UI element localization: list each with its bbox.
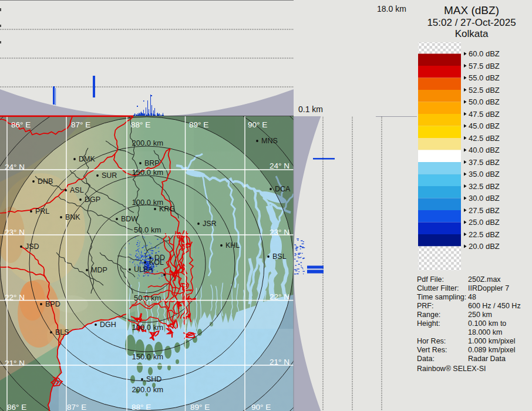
svg-text:200.0 km: 200.0 km — [132, 139, 163, 147]
svg-text:87° E: 87° E — [71, 120, 90, 129]
svg-text:52.5 dBZ: 52.5 dBZ — [469, 86, 500, 95]
svg-text:100.0 km: 100.0 km — [132, 323, 163, 332]
svg-text:50.0 km: 50.0 km — [134, 294, 161, 302]
svg-text:BNK: BNK — [65, 213, 80, 221]
svg-text:BDW: BDW — [121, 215, 138, 223]
svg-text:150.0 km: 150.0 km — [132, 168, 163, 177]
svg-text:55.0 dBZ: 55.0 dBZ — [469, 73, 500, 82]
svg-text:50.0 dBZ: 50.0 dBZ — [469, 97, 500, 106]
svg-text:100.0 km: 100.0 km — [132, 198, 163, 207]
svg-text:27.5 dBZ: 27.5 dBZ — [469, 206, 500, 215]
svg-text:89° E: 89° E — [190, 403, 210, 411]
svg-text:42.5 dBZ: 42.5 dBZ — [469, 134, 500, 143]
svg-text:1.000 km/pixel: 1.000 km/pixel — [468, 337, 516, 345]
svg-text:23° N: 23° N — [270, 228, 289, 237]
svg-text:Radar Data: Radar Data — [468, 355, 506, 363]
svg-text:88° E: 88° E — [132, 403, 151, 411]
svg-text:22.5 dBZ: 22.5 dBZ — [469, 230, 500, 239]
svg-text:50.0 km: 50.0 km — [134, 225, 161, 234]
svg-text:88° E: 88° E — [131, 120, 150, 129]
svg-text:Kolkata: Kolkata — [455, 28, 489, 39]
svg-text:JSD: JSD — [25, 242, 39, 251]
svg-text:KRG: KRG — [159, 205, 175, 213]
svg-text:89° E: 89° E — [189, 120, 208, 129]
svg-text:MAX (dBZ): MAX (dBZ) — [444, 4, 499, 16]
svg-text:ULBA: ULBA — [134, 265, 153, 274]
svg-text:JSR: JSR — [203, 220, 217, 228]
svg-text:0.089 km/pixel: 0.089 km/pixel — [468, 346, 516, 354]
svg-text:18.0 km: 18.0 km — [377, 4, 406, 14]
svg-text:32.5 dBZ: 32.5 dBZ — [469, 182, 500, 191]
svg-text:48: 48 — [468, 293, 476, 301]
svg-text:DNB: DNB — [38, 177, 53, 186]
svg-text:150.0 km: 150.0 km — [132, 352, 163, 361]
svg-text:SHD: SHD — [146, 375, 161, 383]
svg-text:BPD: BPD — [45, 300, 60, 308]
svg-text:Data:: Data: — [417, 355, 435, 363]
svg-text:Height:: Height: — [417, 319, 440, 328]
svg-text:BRP: BRP — [144, 159, 160, 167]
svg-text:Range:: Range: — [417, 311, 440, 319]
svg-text:BLS: BLS — [55, 328, 69, 336]
svg-text:22° N: 22° N — [270, 292, 289, 301]
svg-text:30.0 dBZ: 30.0 dBZ — [469, 194, 500, 203]
svg-text:60.0 dBZ: 60.0 dBZ — [469, 49, 500, 58]
svg-text:DCA: DCA — [275, 185, 291, 193]
svg-text:24° N: 24° N — [5, 163, 25, 171]
svg-text:20.0 dBZ: 20.0 dBZ — [469, 242, 500, 251]
svg-text:21° N: 21° N — [5, 359, 25, 368]
svg-text:47.5 dBZ: 47.5 dBZ — [469, 110, 500, 119]
svg-text:Time sampling:: Time sampling: — [417, 293, 466, 301]
svg-text:DGH: DGH — [100, 321, 116, 329]
svg-text:87° E: 87° E — [67, 403, 86, 411]
svg-text:23° N: 23° N — [5, 228, 25, 237]
svg-text:600 Hz / 450 Hz: 600 Hz / 450 Hz — [468, 302, 521, 310]
svg-text:Clutter Filter:: Clutter Filter: — [417, 284, 459, 292]
svg-text:KHL: KHL — [225, 241, 240, 250]
svg-text:35.0 dBZ: 35.0 dBZ — [469, 170, 500, 178]
svg-text:PRF:: PRF: — [417, 302, 433, 310]
svg-text:86° E: 86° E — [11, 120, 31, 129]
svg-text:MNS: MNS — [261, 137, 278, 145]
svg-text:Hor Res:: Hor Res: — [417, 337, 446, 345]
svg-text:24° N: 24° N — [270, 161, 289, 170]
svg-text:250Z.max: 250Z.max — [468, 275, 501, 284]
svg-text:ASL: ASL — [70, 186, 84, 194]
svg-text:DMK: DMK — [79, 155, 95, 163]
svg-text:PRL: PRL — [35, 207, 49, 215]
svg-text:25.0 dBZ: 25.0 dBZ — [469, 218, 500, 227]
svg-text:37.5 dBZ: 37.5 dBZ — [469, 158, 500, 167]
svg-text:Vert Res:: Vert Res: — [417, 346, 447, 354]
svg-text:90° E: 90° E — [251, 403, 271, 411]
svg-text:200.0 km: 200.0 km — [132, 385, 163, 394]
svg-text:18.000 km: 18.000 km — [468, 328, 502, 336]
svg-text:BSL: BSL — [272, 252, 287, 261]
svg-text:22° N: 22° N — [5, 293, 25, 302]
svg-text:MDP: MDP — [91, 266, 107, 274]
svg-text:Rainbow® SELEX-SI: Rainbow® SELEX-SI — [417, 365, 486, 373]
svg-text:40.0 dBZ: 40.0 dBZ — [469, 146, 500, 154]
svg-text:86° E: 86° E — [7, 403, 26, 411]
svg-text:IIRDoppler 7: IIRDoppler 7 — [468, 284, 509, 292]
svg-text:DGP: DGP — [85, 196, 100, 204]
svg-text:SUR: SUR — [102, 171, 117, 180]
svg-text:90° E: 90° E — [248, 120, 267, 129]
svg-text:45.0 dBZ: 45.0 dBZ — [469, 122, 500, 130]
svg-text:0.100 km to: 0.100 km to — [468, 319, 506, 328]
svg-text:57.5 dBZ: 57.5 dBZ — [469, 62, 500, 70]
svg-text:15:02 / 27-Oct-2025: 15:02 / 27-Oct-2025 — [427, 17, 516, 28]
svg-text:21° N: 21° N — [270, 358, 289, 366]
svg-text:Pdf File:: Pdf File: — [417, 275, 444, 284]
svg-text:250 km: 250 km — [468, 311, 492, 319]
svg-text:0.1 km: 0.1 km — [298, 105, 323, 114]
